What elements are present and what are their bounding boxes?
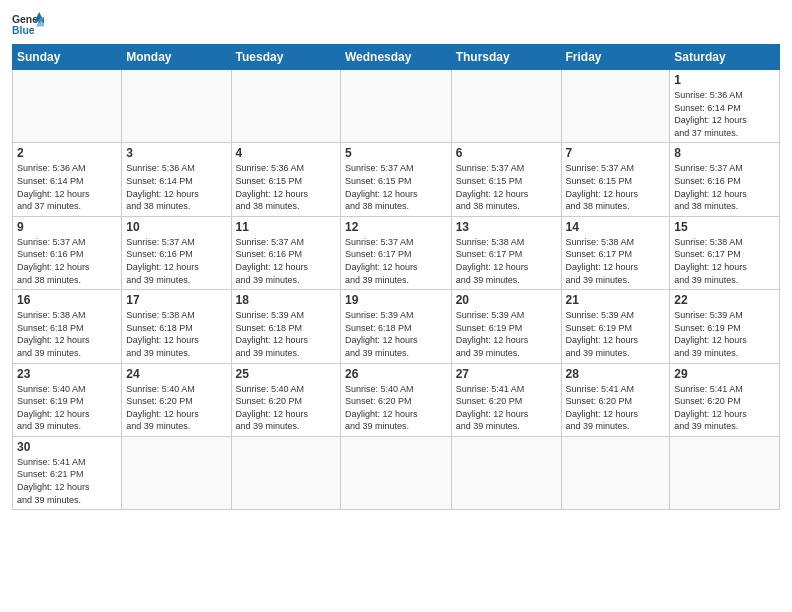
day-number: 14 [566,220,666,234]
day-number: 15 [674,220,775,234]
day-info: Sunrise: 5:38 AM Sunset: 6:17 PM Dayligh… [566,236,666,286]
calendar-cell: 13Sunrise: 5:38 AM Sunset: 6:17 PM Dayli… [451,216,561,289]
day-number: 27 [456,367,557,381]
weekday-header-saturday: Saturday [670,45,780,70]
weekday-header-wednesday: Wednesday [341,45,452,70]
day-info: Sunrise: 5:39 AM Sunset: 6:19 PM Dayligh… [456,309,557,359]
day-number: 20 [456,293,557,307]
day-number: 18 [236,293,336,307]
week-row-6: 30Sunrise: 5:41 AM Sunset: 6:21 PM Dayli… [13,436,780,509]
calendar-cell: 2Sunrise: 5:36 AM Sunset: 6:14 PM Daylig… [13,143,122,216]
day-info: Sunrise: 5:38 AM Sunset: 6:17 PM Dayligh… [456,236,557,286]
day-number: 8 [674,146,775,160]
calendar-cell: 22Sunrise: 5:39 AM Sunset: 6:19 PM Dayli… [670,290,780,363]
svg-text:Blue: Blue [12,25,35,36]
day-info: Sunrise: 5:36 AM Sunset: 6:15 PM Dayligh… [236,162,336,212]
day-info: Sunrise: 5:36 AM Sunset: 6:14 PM Dayligh… [17,162,117,212]
day-number: 29 [674,367,775,381]
calendar-cell: 18Sunrise: 5:39 AM Sunset: 6:18 PM Dayli… [231,290,340,363]
week-row-4: 16Sunrise: 5:38 AM Sunset: 6:18 PM Dayli… [13,290,780,363]
day-number: 5 [345,146,447,160]
day-info: Sunrise: 5:36 AM Sunset: 6:14 PM Dayligh… [674,89,775,139]
weekday-header-friday: Friday [561,45,670,70]
day-number: 13 [456,220,557,234]
day-info: Sunrise: 5:37 AM Sunset: 6:16 PM Dayligh… [236,236,336,286]
calendar-cell [231,70,340,143]
calendar-cell [122,436,231,509]
day-number: 21 [566,293,666,307]
calendar-cell: 27Sunrise: 5:41 AM Sunset: 6:20 PM Dayli… [451,363,561,436]
calendar-cell [13,70,122,143]
day-info: Sunrise: 5:38 AM Sunset: 6:18 PM Dayligh… [17,309,117,359]
calendar-cell: 11Sunrise: 5:37 AM Sunset: 6:16 PM Dayli… [231,216,340,289]
day-info: Sunrise: 5:41 AM Sunset: 6:21 PM Dayligh… [17,456,117,506]
calendar-table: SundayMondayTuesdayWednesdayThursdayFrid… [12,44,780,510]
weekday-header-sunday: Sunday [13,45,122,70]
header: General Blue [12,10,780,38]
day-number: 17 [126,293,226,307]
weekday-header-thursday: Thursday [451,45,561,70]
calendar-cell: 1Sunrise: 5:36 AM Sunset: 6:14 PM Daylig… [670,70,780,143]
calendar-cell [122,70,231,143]
day-number: 26 [345,367,447,381]
calendar-cell: 10Sunrise: 5:37 AM Sunset: 6:16 PM Dayli… [122,216,231,289]
week-row-5: 23Sunrise: 5:40 AM Sunset: 6:19 PM Dayli… [13,363,780,436]
day-info: Sunrise: 5:39 AM Sunset: 6:19 PM Dayligh… [566,309,666,359]
day-info: Sunrise: 5:40 AM Sunset: 6:20 PM Dayligh… [345,383,447,433]
calendar-cell: 23Sunrise: 5:40 AM Sunset: 6:19 PM Dayli… [13,363,122,436]
calendar-cell: 7Sunrise: 5:37 AM Sunset: 6:15 PM Daylig… [561,143,670,216]
weekday-header-row: SundayMondayTuesdayWednesdayThursdayFrid… [13,45,780,70]
calendar-cell: 9Sunrise: 5:37 AM Sunset: 6:16 PM Daylig… [13,216,122,289]
calendar-cell: 6Sunrise: 5:37 AM Sunset: 6:15 PM Daylig… [451,143,561,216]
day-info: Sunrise: 5:38 AM Sunset: 6:18 PM Dayligh… [126,309,226,359]
day-number: 12 [345,220,447,234]
calendar-cell: 20Sunrise: 5:39 AM Sunset: 6:19 PM Dayli… [451,290,561,363]
calendar-cell [451,70,561,143]
calendar-cell: 14Sunrise: 5:38 AM Sunset: 6:17 PM Dayli… [561,216,670,289]
day-number: 24 [126,367,226,381]
day-number: 25 [236,367,336,381]
day-info: Sunrise: 5:37 AM Sunset: 6:17 PM Dayligh… [345,236,447,286]
calendar-cell: 5Sunrise: 5:37 AM Sunset: 6:15 PM Daylig… [341,143,452,216]
day-info: Sunrise: 5:39 AM Sunset: 6:19 PM Dayligh… [674,309,775,359]
day-info: Sunrise: 5:41 AM Sunset: 6:20 PM Dayligh… [456,383,557,433]
day-number: 23 [17,367,117,381]
day-number: 10 [126,220,226,234]
day-info: Sunrise: 5:41 AM Sunset: 6:20 PM Dayligh… [674,383,775,433]
day-info: Sunrise: 5:37 AM Sunset: 6:15 PM Dayligh… [345,162,447,212]
day-number: 7 [566,146,666,160]
calendar-cell [231,436,340,509]
calendar-cell [561,70,670,143]
day-info: Sunrise: 5:38 AM Sunset: 6:17 PM Dayligh… [674,236,775,286]
calendar-cell [341,70,452,143]
weekday-header-tuesday: Tuesday [231,45,340,70]
calendar-cell: 25Sunrise: 5:40 AM Sunset: 6:20 PM Dayli… [231,363,340,436]
calendar-cell: 19Sunrise: 5:39 AM Sunset: 6:18 PM Dayli… [341,290,452,363]
week-row-2: 2Sunrise: 5:36 AM Sunset: 6:14 PM Daylig… [13,143,780,216]
day-info: Sunrise: 5:40 AM Sunset: 6:19 PM Dayligh… [17,383,117,433]
day-number: 28 [566,367,666,381]
calendar-cell [561,436,670,509]
day-number: 22 [674,293,775,307]
calendar-cell: 17Sunrise: 5:38 AM Sunset: 6:18 PM Dayli… [122,290,231,363]
calendar-cell: 21Sunrise: 5:39 AM Sunset: 6:19 PM Dayli… [561,290,670,363]
day-info: Sunrise: 5:39 AM Sunset: 6:18 PM Dayligh… [236,309,336,359]
calendar-cell: 24Sunrise: 5:40 AM Sunset: 6:20 PM Dayli… [122,363,231,436]
calendar-cell [670,436,780,509]
day-number: 4 [236,146,336,160]
day-info: Sunrise: 5:39 AM Sunset: 6:18 PM Dayligh… [345,309,447,359]
calendar-cell: 15Sunrise: 5:38 AM Sunset: 6:17 PM Dayli… [670,216,780,289]
day-info: Sunrise: 5:36 AM Sunset: 6:14 PM Dayligh… [126,162,226,212]
calendar-cell: 3Sunrise: 5:36 AM Sunset: 6:14 PM Daylig… [122,143,231,216]
day-number: 16 [17,293,117,307]
day-number: 11 [236,220,336,234]
calendar-cell: 12Sunrise: 5:37 AM Sunset: 6:17 PM Dayli… [341,216,452,289]
calendar-cell: 26Sunrise: 5:40 AM Sunset: 6:20 PM Dayli… [341,363,452,436]
week-row-1: 1Sunrise: 5:36 AM Sunset: 6:14 PM Daylig… [13,70,780,143]
day-info: Sunrise: 5:37 AM Sunset: 6:15 PM Dayligh… [566,162,666,212]
day-number: 1 [674,73,775,87]
calendar-cell: 4Sunrise: 5:36 AM Sunset: 6:15 PM Daylig… [231,143,340,216]
logo: General Blue [12,10,44,38]
page: General Blue SundayMondayTuesdayWednesda… [0,0,792,612]
day-number: 2 [17,146,117,160]
